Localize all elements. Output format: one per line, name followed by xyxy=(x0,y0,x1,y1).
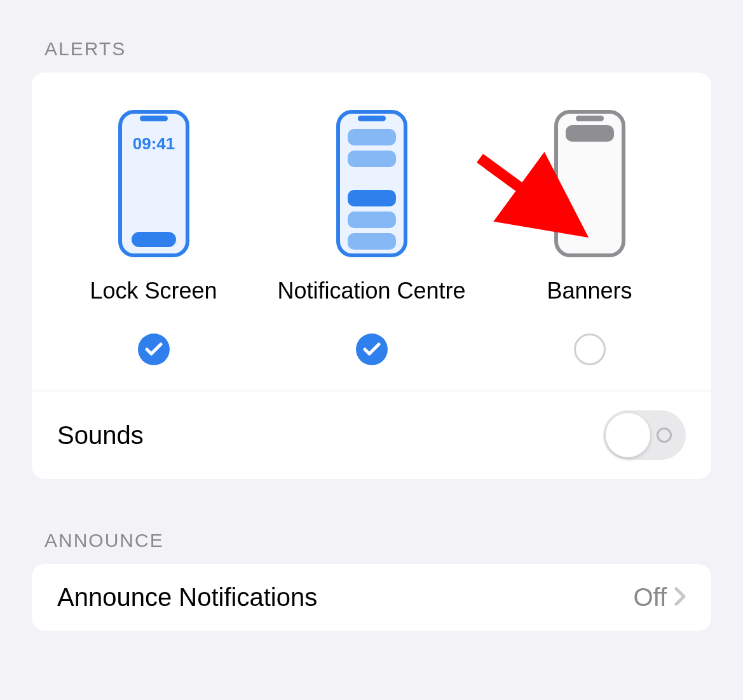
svg-rect-11 xyxy=(348,212,396,228)
announce-header: ANNOUNCE xyxy=(32,517,711,564)
toggle-off-indicator-icon xyxy=(657,427,672,443)
checkmark-notification-centre[interactable] xyxy=(356,333,388,365)
alerts-header: ALERTS xyxy=(32,25,711,72)
sounds-toggle[interactable] xyxy=(603,410,686,460)
toggle-knob xyxy=(606,413,650,457)
settings-page: ALERTS 09:41 Lo xyxy=(13,13,730,643)
announce-notifications-label: Announce Notifications xyxy=(57,583,317,612)
alert-option-banners[interactable]: Banners xyxy=(481,107,699,365)
svg-rect-9 xyxy=(348,151,396,167)
notification-centre-phone-icon xyxy=(336,107,407,260)
svg-rect-3 xyxy=(140,116,168,121)
alert-option-notification-centre[interactable]: Notification Centre xyxy=(262,107,481,365)
svg-rect-10 xyxy=(348,190,396,206)
svg-text:09:41: 09:41 xyxy=(132,134,175,153)
alert-label-lockscreen: Lock Screen xyxy=(90,278,217,304)
announce-card: Announce Notifications Off xyxy=(32,564,711,631)
announce-notifications-row[interactable]: Announce Notifications Off xyxy=(32,564,711,631)
alert-options-row: 09:41 Lock Screen xyxy=(32,72,711,391)
svg-rect-15 xyxy=(566,125,614,142)
lockscreen-phone-icon: 09:41 xyxy=(118,107,189,260)
checkmark-lockscreen[interactable] xyxy=(138,333,170,365)
svg-rect-5 xyxy=(132,232,176,247)
checkmark-banners[interactable] xyxy=(574,333,606,365)
svg-rect-8 xyxy=(348,129,396,145)
svg-rect-7 xyxy=(358,116,386,121)
svg-rect-14 xyxy=(576,116,604,121)
check-icon xyxy=(363,342,381,356)
alerts-card: 09:41 Lock Screen xyxy=(32,72,711,479)
announce-notifications-value-wrap: Off xyxy=(633,583,686,612)
sounds-row: Sounds xyxy=(32,391,711,479)
alert-label-notification-centre: Notification Centre xyxy=(277,278,465,304)
chevron-right-icon xyxy=(674,583,686,612)
alert-label-banners: Banners xyxy=(547,278,632,304)
check-icon xyxy=(145,342,163,356)
banners-phone-icon xyxy=(554,107,625,260)
alert-option-lockscreen[interactable]: 09:41 Lock Screen xyxy=(44,107,262,365)
announce-notifications-value: Off xyxy=(633,583,667,612)
svg-rect-12 xyxy=(348,233,396,250)
sounds-label: Sounds xyxy=(57,421,144,450)
